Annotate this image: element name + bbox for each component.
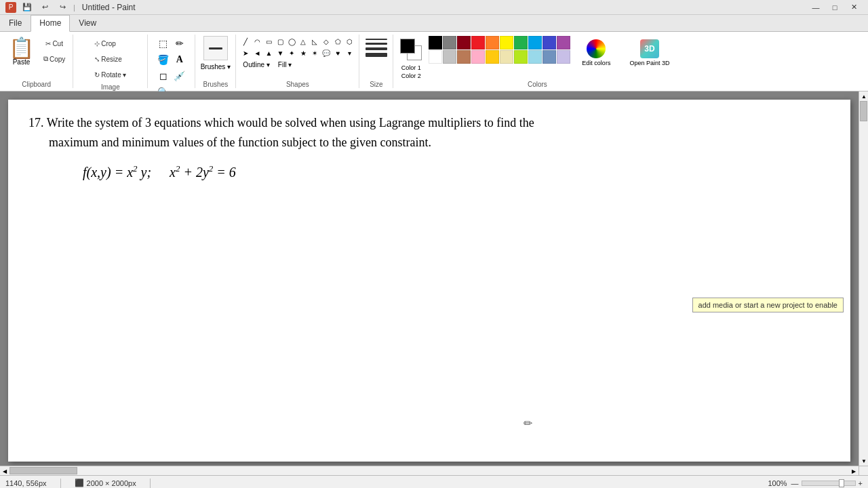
shape-pentagon[interactable]: ⬠ bbox=[332, 36, 343, 47]
shape-rtriangle[interactable]: ◺ bbox=[309, 36, 320, 47]
brushes-dropdown[interactable]: Brushes ▾ bbox=[201, 63, 231, 70]
status-sep2 bbox=[150, 479, 151, 488]
tab-file[interactable]: File bbox=[0, 15, 31, 31]
picker-tool-btn[interactable]: 💉 bbox=[172, 68, 187, 83]
color-pink[interactable] bbox=[471, 50, 485, 64]
crop-btn[interactable]: ⊹ Crop bbox=[91, 36, 119, 51]
cut-label: Cut bbox=[52, 40, 63, 47]
shape-heart[interactable]: ♥ bbox=[332, 47, 343, 58]
problem-text: 17. Write the system of 3 equations whic… bbox=[28, 113, 830, 152]
tab-view[interactable]: View bbox=[70, 15, 105, 31]
scrollbar-vertical[interactable]: ▲ ▼ bbox=[859, 92, 868, 466]
scrollbar-horizontal[interactable]: ◀ ▶ bbox=[0, 466, 859, 475]
maximize-btn[interactable]: □ bbox=[826, 1, 844, 14]
app-icon: P bbox=[5, 2, 16, 13]
shapes-label: Shapes bbox=[286, 79, 309, 88]
zoom-plus-btn[interactable]: + bbox=[859, 479, 863, 487]
shape-star5[interactable]: ★ bbox=[298, 47, 309, 58]
minimize-btn[interactable]: — bbox=[807, 1, 825, 14]
scroll-down-btn[interactable]: ▼ bbox=[859, 456, 868, 466]
paste-btn[interactable]: 📋 Paste bbox=[4, 36, 39, 68]
clipboard-group: 📋 Paste ✂ Cut ⧉ Copy Clipboard bbox=[0, 35, 73, 88]
brush-display[interactable] bbox=[203, 36, 228, 60]
size-selector[interactable] bbox=[366, 36, 387, 60]
color-blue[interactable] bbox=[528, 36, 542, 49]
shape-line[interactable]: ╱ bbox=[240, 36, 251, 47]
undo-qa-btn[interactable]: ↩ bbox=[38, 1, 52, 14]
shape-arrow-l[interactable]: ◄ bbox=[252, 47, 262, 58]
color-lavender[interactable] bbox=[557, 50, 570, 64]
fill-tool-btn[interactable]: 🪣 bbox=[156, 52, 171, 67]
open-paint3d-btn[interactable]: 3D Open Paint 3D bbox=[625, 36, 674, 70]
color-brown[interactable] bbox=[457, 50, 471, 64]
pencil-tool-btn[interactable]: ✏ bbox=[172, 36, 187, 51]
color-gray[interactable] bbox=[443, 36, 456, 49]
color-ltblue[interactable] bbox=[528, 50, 542, 64]
zoom-thumb[interactable] bbox=[839, 479, 844, 487]
color-white[interactable] bbox=[429, 50, 442, 64]
color-orange[interactable] bbox=[486, 36, 499, 49]
shape-roundrect[interactable]: ▢ bbox=[275, 36, 285, 47]
shape-rect[interactable]: ▭ bbox=[263, 36, 274, 47]
formula-space bbox=[155, 164, 165, 180]
shape-star4[interactable]: ✦ bbox=[286, 47, 297, 58]
resize-btn[interactable]: ⤡ Resize bbox=[91, 52, 125, 66]
shape-hex[interactable]: ⬡ bbox=[344, 36, 355, 47]
shape-arrow-r[interactable]: ➤ bbox=[240, 47, 251, 58]
color-green[interactable] bbox=[514, 36, 528, 49]
shape-more[interactable]: ▾ bbox=[344, 47, 355, 58]
color-yellow[interactable] bbox=[500, 36, 513, 49]
scroll-up-btn[interactable]: ▲ bbox=[859, 92, 868, 101]
color-darkred[interactable] bbox=[457, 36, 471, 49]
zoom-slider[interactable] bbox=[802, 481, 856, 486]
color-purple[interactable] bbox=[557, 36, 570, 49]
canvas-area: 17. Write the system of 3 equations whic… bbox=[0, 92, 868, 475]
status-sep1 bbox=[60, 479, 61, 488]
shape-triangle[interactable]: △ bbox=[298, 36, 309, 47]
cut-btn[interactable]: ✂ Cut bbox=[40, 36, 68, 51]
tab-home[interactable]: Home bbox=[31, 15, 70, 32]
color-gold[interactable] bbox=[486, 50, 499, 64]
redo-qa-btn[interactable]: ↪ bbox=[56, 1, 69, 14]
shape-diamond[interactable]: ◇ bbox=[321, 36, 332, 47]
shape-callout[interactable]: 💬 bbox=[321, 47, 332, 58]
shape-arrow-u[interactable]: ▲ bbox=[263, 47, 274, 58]
outline-btn[interactable]: Outline ▾ bbox=[240, 60, 272, 70]
tooltip-text: add media or start a new project to enab… bbox=[698, 301, 837, 309]
color1-square[interactable] bbox=[400, 39, 415, 54]
shape-curve[interactable]: ◠ bbox=[252, 36, 262, 47]
color-red[interactable] bbox=[471, 36, 485, 49]
zoom-minus-btn[interactable]: — bbox=[791, 479, 799, 487]
color-black[interactable] bbox=[429, 36, 442, 49]
scroll-v-track[interactable] bbox=[859, 101, 868, 456]
copy-btn[interactable]: ⧉ Copy bbox=[40, 52, 68, 66]
scroll-v-thumb[interactable] bbox=[860, 101, 867, 121]
fill-btn[interactable]: Fill ▾ bbox=[275, 60, 295, 70]
edit-colors-btn[interactable]: Edit colors bbox=[577, 36, 615, 70]
color-palette bbox=[429, 36, 570, 64]
color2-label: Color 2 bbox=[401, 73, 421, 79]
problem-line1: 17. Write the system of 3 equations whic… bbox=[28, 116, 534, 129]
rotate-btn[interactable]: ↻ Rotate ▾ bbox=[91, 67, 130, 82]
color-darkblue[interactable] bbox=[542, 36, 556, 49]
shape-arrow-d[interactable]: ▼ bbox=[275, 47, 285, 58]
color-ltgray[interactable] bbox=[443, 50, 456, 64]
color-slateblue[interactable] bbox=[542, 50, 556, 64]
color-cream[interactable] bbox=[500, 50, 513, 64]
color-ltgreen[interactable] bbox=[514, 50, 528, 64]
shape-ellipse[interactable]: ◯ bbox=[286, 36, 297, 47]
canvas-surface[interactable]: 17. Write the system of 3 equations whic… bbox=[8, 100, 850, 462]
brushes-group: Brushes ▾ Brushes bbox=[195, 35, 236, 88]
save-qa-btn[interactable]: 💾 bbox=[20, 1, 34, 14]
scroll-h-track[interactable] bbox=[9, 466, 849, 475]
close-btn[interactable]: ✕ bbox=[845, 1, 863, 14]
colors-label: Colors bbox=[528, 79, 547, 88]
eraser-tool-btn[interactable]: ◻ bbox=[156, 68, 171, 83]
shape-star6[interactable]: ✶ bbox=[309, 47, 320, 58]
scroll-h-thumb[interactable] bbox=[9, 467, 77, 474]
scroll-left-btn[interactable]: ◀ bbox=[0, 466, 9, 475]
pencil-cursor: ✏ bbox=[524, 417, 532, 430]
scroll-right-btn[interactable]: ▶ bbox=[849, 466, 859, 475]
select-tool-btn[interactable]: ⬚ bbox=[156, 36, 171, 51]
text-tool-btn[interactable]: A bbox=[172, 52, 187, 67]
